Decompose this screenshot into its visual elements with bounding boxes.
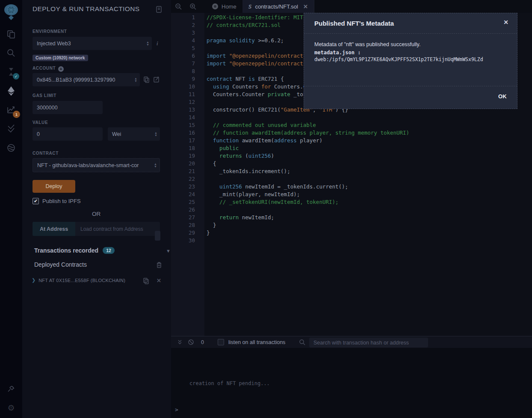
code-line: 29} [171,229,532,237]
code-line: 14 [171,114,532,121]
chevron-right-icon: ❯ [32,277,35,283]
or-divider: OR [33,211,160,217]
collapse-terminal-icon[interactable] [177,339,183,345]
environment-info-icon[interactable]: i [157,40,158,47]
publish-ipfs-label: Publish to IPFS [42,198,81,204]
sidebar-item-file-explorer[interactable] [4,27,18,41]
add-account-icon[interactable]: + [58,66,64,72]
value-label: VALUE [33,120,48,125]
sidebar-item-search[interactable] [4,46,18,60]
contract-value: NFT - github/ava-labs/avalanche-smart-co… [37,162,139,168]
contract-select[interactable]: NFT - github/ava-labs/avalanche-smart-co… [33,158,160,172]
at-address-input[interactable] [75,222,160,236]
ipfs-url: dweb:/ipfs/QmYL9P1Z7KE6AQvKJPFF52SX1p2TE… [314,56,507,62]
terminal-search-input[interactable] [309,338,428,347]
gas-limit-value: 3000000 [37,105,58,111]
modal-header: Published NFT's Metadata ✕ [304,13,517,34]
sidebar-item-unit-testing[interactable] [4,122,18,135]
modal-close-icon[interactable]: ✕ [503,19,508,26]
code-line: 30 [171,237,532,244]
account-select[interactable]: 0x845...B1aB3 (999991.3297990 ▲▼ [33,73,140,86]
deployed-contract-label: NFT AT 0X15E...E558F (BLOCKCHAIN) [38,278,125,283]
compiler-success-badge: ✓ [13,73,19,79]
environment-label: ENVIRONMENT [33,29,67,34]
terminal-prompt[interactable]: > [175,406,178,413]
panel-scrollbar-thumb[interactable] [155,231,160,241]
sidebar-item-debugger[interactable] [4,141,18,155]
network-badge: Custom (10920) network [33,55,88,61]
tab-nft-sol[interactable]: S contracts/NFT.sol ✕ [242,0,314,13]
clear-console-icon[interactable] [188,339,194,345]
metadata-filename: metadata.json : [314,50,507,56]
zoom-out-icon [175,3,182,10]
sidebar-item-settings[interactable]: ⚙ [4,401,18,415]
code-line: 23 uint256 newItemId = _tokenIds.current… [171,183,532,191]
value-unit-select[interactable]: Wei ▲▼ [108,127,160,141]
terminal-log-line: creation of NFT pending... [189,380,270,386]
close-tab-icon[interactable]: ✕ [303,3,308,10]
chevron-updown-icon: ▲▼ [154,163,157,168]
documentation-icon[interactable] [156,6,162,15]
ethereum-icon [6,86,16,96]
terminal-search-icon [299,339,305,347]
icon-sidebar: ✓ 1 ⚙ [0,0,22,418]
zoom-in-icon [189,3,196,10]
double-check-icon [6,124,16,133]
panel-title: DEPLOY & RUN TRANSACTIONS [33,5,140,13]
transactions-recorded-label: Transactions recorded [34,247,98,254]
remove-contract-icon[interactable]: ✕ [157,277,161,284]
deployed-contracts-label: Deployed Contracts [34,261,87,268]
account-value: 0x845...B1aB3 (999991.3297990 [37,77,115,83]
modal-body: Metadata of "nft" was published successf… [314,41,507,62]
code-line: 26 [171,206,532,214]
transactions-count-badge: 12 [103,247,115,254]
tab-home[interactable]: Home [206,0,242,13]
zoom-out-button[interactable] [171,0,186,13]
publish-ipfs-row: ✔ Publish to IPFS [33,198,81,204]
deployed-contract-row[interactable]: ❯ NFT AT 0X15E...E558F (BLOCKCHAIN) [32,277,125,283]
published-metadata-modal: Published NFT's Metadata ✕ Metadata of "… [304,13,517,109]
zoom-in-button[interactable] [186,0,200,13]
code-line: 24 _mint(player, newItemId); [171,191,532,198]
chevron-down-icon[interactable]: ▼ [166,248,171,253]
environment-value: Injected Web3 [37,41,71,47]
copy-contract-icon[interactable] [143,277,149,286]
ok-button[interactable]: OK [498,93,507,100]
sidebar-item-solidity-compiler[interactable]: ✓ [4,65,18,79]
value-amount: 0 [37,131,40,137]
code-line: 17 function awardItem(address player) [171,137,532,144]
code-line: 20 { [171,160,532,168]
tab-bar: Home S contracts/NFT.sol ✕ [171,0,532,13]
listen-transactions-checkbox[interactable]: ✔ [218,339,224,345]
publish-ipfs-checkbox[interactable]: ✔ [33,198,39,204]
at-address-button[interactable]: At Address [33,222,75,236]
chevron-updown-icon: ▲▼ [154,132,157,137]
sidebar-item-plugin-manager[interactable] [4,382,18,395]
chevron-updown-icon: ▲▼ [146,41,149,46]
sidebar-item-analytics[interactable]: 1 [4,103,18,117]
value-unit: Wei [112,131,121,137]
files-icon [6,29,16,39]
trash-icon[interactable] [156,262,162,270]
environment-select[interactable]: Injected Web3 ▲▼ [33,37,152,50]
sidebar-item-deploy-run[interactable] [4,84,18,98]
gas-limit-input[interactable]: 3000000 [33,101,103,114]
edit-account-icon[interactable] [153,76,160,85]
code-line: 15 // commented out unused variable [171,121,532,129]
code-line: 16 // function awardItem(address player,… [171,129,532,137]
deploy-button[interactable]: Deploy [33,180,75,193]
code-line: 25 // _setTokenURI(newItemId, tokenURI); [171,198,532,206]
pending-tx-count: 0 [201,339,204,345]
search-icon [6,48,16,58]
solidity-file-icon: S [248,3,252,10]
code-line: 28 } [171,221,532,229]
copy-account-icon[interactable] [143,76,150,85]
transactions-recorded-row[interactable]: Transactions recorded 12 [34,247,115,254]
remix-app: ✓ 1 ⚙ [0,0,532,418]
analytics-count-badge: 1 [13,111,20,118]
value-input[interactable]: 0 [33,127,103,141]
modal-footer: OK [304,86,517,109]
terminal: 0 ✔ listen on all transactions creation … [171,336,532,418]
remix-logo-icon[interactable] [2,2,20,21]
code-line: 27 return newItemId; [171,214,532,221]
